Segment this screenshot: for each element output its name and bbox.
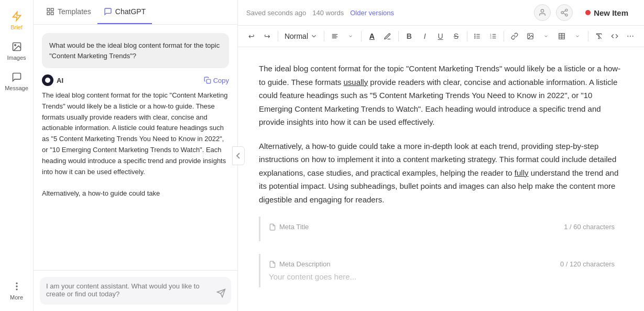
redo-button[interactable]: ↪ — [260, 29, 275, 44]
sidebar-item-brief[interactable]: Brief — [2, 6, 31, 35]
align-left-button[interactable] — [328, 29, 342, 44]
svg-point-28 — [475, 34, 475, 35]
editor-content[interactable]: The ideal blog content format for the to… — [238, 47, 644, 311]
font-color-button[interactable]: A — [365, 29, 379, 44]
link-button[interactable] — [507, 29, 522, 44]
ai-label: AI AI — [42, 74, 63, 86]
older-versions-link[interactable]: Older versions — [350, 9, 394, 17]
copy-button[interactable]: Copy — [204, 77, 229, 84]
message-icon — [11, 71, 23, 83]
table-chevron-button[interactable] — [570, 29, 585, 44]
collapse-panel-button[interactable] — [232, 146, 245, 165]
svg-point-2 — [14, 45, 15, 46]
format-select-button[interactable]: Normal — [281, 30, 321, 42]
bold-button[interactable]: B — [402, 29, 417, 44]
toolbar-divider-6 — [504, 31, 504, 41]
meta-description-header: Meta Description 0 / 120 characters — [269, 260, 615, 268]
share-button[interactable] — [556, 4, 573, 21]
copy-label: Copy — [213, 77, 229, 84]
ai-response-body: The ideal blog content format for the to… — [42, 90, 229, 199]
svg-point-15 — [541, 9, 543, 12]
numbered-list-button[interactable]: 1.2.3. — [486, 29, 500, 44]
more-icon — [11, 281, 23, 292]
meta-description-char-count: 0 / 120 characters — [560, 260, 615, 268]
more-label: More — [10, 294, 23, 301]
svg-point-17 — [561, 12, 563, 14]
meta-title-label: Meta Title — [279, 223, 309, 231]
clear-formatting-button[interactable] — [592, 29, 606, 44]
user-avatar-button[interactable] — [534, 4, 551, 21]
code-button[interactable] — [607, 29, 622, 44]
svg-point-16 — [565, 9, 567, 11]
table-button[interactable] — [554, 29, 569, 44]
chat-input-wrapper — [40, 277, 231, 305]
meta-title-header: Meta Title 1 / 60 characters — [269, 223, 615, 231]
italic-button[interactable]: I — [418, 29, 432, 44]
chatgpt-icon — [104, 7, 112, 16]
svg-text:3.: 3. — [490, 37, 492, 39]
editor-topbar: Saved seconds ago 140 words Older versio… — [238, 0, 644, 26]
meta-description-placeholder[interactable]: Your content goes here... — [269, 272, 615, 281]
toolbar-divider-1 — [278, 31, 278, 41]
meta-title-label-wrapper: Meta Title — [269, 223, 309, 231]
undo-button[interactable]: ↩ — [244, 29, 259, 44]
toolbar-divider-4 — [398, 31, 399, 41]
highlight-button[interactable] — [380, 29, 395, 44]
templates-icon — [46, 7, 54, 16]
tab-templates-label: Templates — [58, 7, 91, 16]
new-item-button[interactable]: New Item — [578, 5, 636, 20]
svg-point-38 — [529, 35, 530, 36]
tab-templates[interactable]: Templates — [40, 0, 97, 24]
svg-text:AI: AI — [46, 79, 49, 82]
align-chevron-button[interactable] — [343, 29, 358, 44]
meta-title-icon — [269, 223, 276, 231]
saved-status: Saved seconds ago — [246, 9, 306, 17]
svg-point-30 — [475, 38, 475, 38]
svg-rect-6 — [47, 8, 50, 11]
bullet-list-button[interactable] — [471, 29, 485, 44]
meta-title-field: Meta Title 1 / 60 characters — [259, 217, 623, 241]
underline-usually: usually — [343, 78, 368, 87]
red-dot-icon — [585, 10, 591, 15]
images-label: Images — [7, 55, 26, 61]
svg-marker-0 — [13, 12, 20, 21]
strikethrough-button[interactable]: S — [449, 29, 464, 44]
sidebar-item-message[interactable]: Message — [2, 67, 31, 95]
svg-rect-8 — [51, 12, 53, 15]
svg-line-20 — [563, 10, 566, 12]
word-count: 140 words — [312, 9, 344, 17]
svg-rect-9 — [47, 12, 50, 15]
tab-chatgpt[interactable]: ChatGPT — [97, 0, 152, 24]
sidebar-item-images[interactable]: Images — [2, 37, 31, 65]
svg-rect-7 — [51, 8, 53, 11]
chat-panel: Templates ChatGPT What would be the idea… — [34, 0, 238, 311]
meta-description-label: Meta Description — [279, 260, 331, 268]
sidebar-item-more[interactable]: More — [2, 276, 31, 305]
tab-chatgpt-label: ChatGPT — [115, 7, 146, 16]
ai-label-text: AI — [57, 77, 63, 84]
image-button[interactable] — [523, 29, 538, 44]
svg-point-29 — [475, 36, 475, 36]
editor-toolbar: ↩ ↪ Normal A B I U S 1.2.3. — [238, 26, 644, 47]
svg-line-19 — [563, 13, 566, 15]
brief-icon — [11, 10, 23, 22]
image-chevron-button[interactable] — [539, 29, 553, 44]
svg-point-18 — [565, 14, 567, 16]
editor-area: Saved seconds ago 140 words Older versio… — [238, 0, 644, 311]
editor-paragraph-2: Alternatively, a how-to guide could take… — [259, 140, 623, 207]
underline-button[interactable]: U — [433, 29, 448, 44]
new-item-label: New Item — [594, 8, 628, 17]
ai-response: AI AI Copy The ideal blog content format… — [42, 74, 229, 199]
svg-rect-12 — [206, 79, 211, 83]
brief-label: Brief — [10, 24, 23, 30]
meta-description-icon — [269, 261, 276, 268]
svg-point-3 — [16, 283, 17, 284]
topbar-right: New Item — [534, 4, 636, 21]
chat-send-button[interactable] — [216, 288, 226, 299]
format-select-label: Normal — [285, 32, 308, 40]
topbar-left: Saved seconds ago 140 words Older versio… — [246, 9, 394, 17]
chat-input[interactable] — [46, 282, 210, 298]
svg-point-5 — [16, 289, 17, 290]
more-options-button[interactable]: ⋯ — [623, 29, 638, 44]
toolbar-divider-2 — [324, 31, 324, 41]
